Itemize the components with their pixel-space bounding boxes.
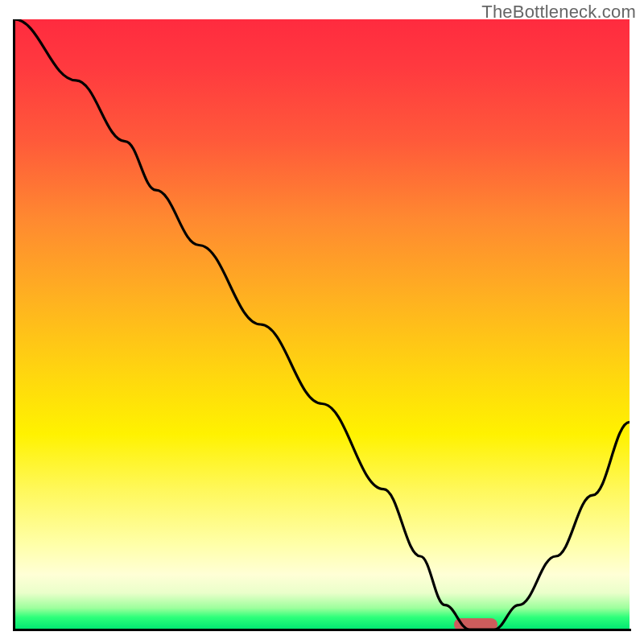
bottleneck-curve	[14, 19, 630, 630]
bottleneck-chart: TheBottleneck.com	[0, 0, 644, 644]
plot-area	[14, 19, 630, 630]
watermark-text: TheBottleneck.com	[481, 2, 636, 23]
y-axis	[13, 19, 15, 631]
curve-path	[14, 19, 630, 630]
x-axis	[13, 629, 631, 631]
